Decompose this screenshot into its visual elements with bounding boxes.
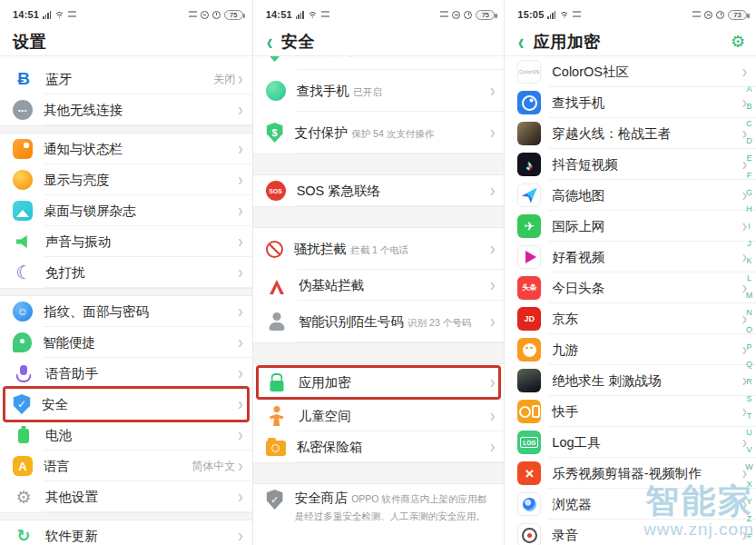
list-item[interactable]: 好看视频 ›: [505, 242, 756, 272]
network-speed-icon: [440, 11, 448, 18]
status-bar: 14:51 75: [0, 0, 252, 27]
battery-percent: 75: [482, 11, 489, 19]
item-label: 骚扰拦截: [294, 242, 347, 256]
kids-icon: [266, 405, 288, 427]
index-letter[interactable]: V: [747, 446, 752, 454]
index-letter[interactable]: W: [745, 463, 753, 471]
block-icon: [266, 241, 283, 258]
list-item[interactable]: 声音与振动 ›: [0, 226, 252, 257]
index-letter[interactable]: A: [747, 85, 752, 94]
list-item[interactable]: 私密保险箱 ›: [253, 431, 505, 462]
back-button[interactable]: ‹: [518, 33, 525, 51]
privacyshield-icon: [266, 56, 284, 62]
list-item[interactable]: 指纹、面部与密码 ›: [0, 296, 252, 327]
list-item[interactable]: 录音 ›: [505, 520, 756, 545]
list-item[interactable]: 查找手机 ›: [505, 87, 756, 118]
list-item[interactable]: 查找手机 已开启 ›: [253, 70, 505, 112]
list-item[interactable]: 蓝牙 关闭 ›: [0, 64, 252, 94]
list-item[interactable]: 国际上网 ›: [505, 211, 756, 242]
chevron-right-icon: ›: [238, 527, 242, 545]
list-item[interactable]: 抖音短视频 ›: [505, 149, 756, 180]
index-letter[interactable]: Q: [746, 361, 752, 369]
list-item[interactable]: 语音助手 ›: [0, 358, 252, 389]
item-label: 录音: [552, 528, 578, 542]
notify-icon: [13, 139, 33, 159]
list-item[interactable]: 桌面与锁屏杂志 ›: [0, 195, 252, 226]
index-letter[interactable]: #: [747, 532, 751, 540]
index-letter[interactable]: F: [747, 172, 752, 180]
log-icon: [517, 431, 541, 454]
wifi-icon: [559, 11, 569, 18]
list-item[interactable]: 应用加密 ›: [253, 364, 505, 401]
list-item[interactable]: 语言 简体中文 ›: [0, 451, 252, 481]
back-button[interactable]: ‹: [267, 33, 273, 51]
index-letter[interactable]: B: [747, 103, 752, 111]
index-letter[interactable]: Y: [747, 498, 752, 506]
list-item[interactable]: 电池 ›: [0, 420, 252, 451]
index-letter[interactable]: I: [748, 223, 751, 231]
list-item[interactable]: 智能识别陌生号码 识别 23 个号码 ›: [253, 301, 505, 342]
network-speed-icon: [321, 11, 329, 18]
item-label: 伪基站拦截: [299, 278, 365, 292]
index-letter[interactable]: U: [746, 429, 752, 437]
list-item[interactable]: SOS 紧急联络 ›: [253, 175, 505, 206]
list-item[interactable]: 骚扰拦截 拦截 1 个电话 ›: [253, 228, 505, 270]
index-letter[interactable]: T: [747, 412, 752, 421]
list-item[interactable]: 绝地求生 刺激战场 ›: [505, 365, 756, 396]
list-item[interactable]: ColorOS社区 ›: [505, 56, 756, 87]
index-letter[interactable]: J: [747, 240, 751, 248]
wallpaper-icon: [13, 201, 33, 221]
list-item[interactable]: 安全 ›: [0, 389, 252, 420]
battery-percent: 73: [733, 11, 741, 19]
list-item[interactable]: 其他设置 ›: [0, 481, 252, 512]
list-item[interactable]: 智能便捷 ›: [0, 327, 252, 358]
browser-icon: [517, 492, 541, 516]
list-item[interactable]: 支付保护 保护 54 次支付操作 ›: [253, 112, 505, 154]
index-letter[interactable]: O: [746, 326, 752, 334]
list-item[interactable]: 安全商店 OPPO 软件商店内上架的应用都是经过多重安全检测、人工亲测的安全应用…: [253, 484, 505, 530]
chevron-right-icon: ›: [238, 202, 242, 220]
settings-gear-icon[interactable]: ⚙: [731, 34, 745, 50]
index-letter[interactable]: G: [746, 189, 752, 197]
item-subtitle: 识别 23 个号码: [407, 317, 471, 328]
item-label: 其他设置: [45, 490, 98, 504]
list-item[interactable]: 儿童空间 ›: [253, 401, 505, 431]
list-item[interactable]: 穿越火线：枪战王者 ›: [505, 118, 756, 149]
jiuyou-icon: [517, 338, 541, 362]
list-item[interactable]: Log工具 ›: [505, 427, 756, 458]
index-letter[interactable]: E: [747, 154, 752, 163]
index-letter[interactable]: M: [746, 292, 753, 300]
list-item[interactable]: 保护个人信息 ›: [253, 56, 505, 70]
list-item[interactable]: 浏览器 ›: [505, 489, 756, 520]
index-letter[interactable]: Z: [747, 515, 752, 523]
list-item[interactable]: 免打扰 ›: [0, 257, 252, 288]
wifi-icon: [54, 11, 64, 18]
list-item[interactable]: 九游 ›: [505, 334, 756, 365]
list-item[interactable]: 快手 ›: [505, 396, 756, 427]
index-letter[interactable]: P: [747, 343, 752, 352]
item-label: 国际上网: [552, 219, 604, 233]
chevron-right-icon: ›: [490, 407, 495, 425]
index-letter[interactable]: X: [747, 481, 752, 489]
item-label: 软件更新: [45, 529, 98, 543]
list-item[interactable]: 通知与状态栏 ›: [0, 134, 252, 164]
index-letter[interactable]: K: [747, 257, 752, 265]
index-letter[interactable]: D: [746, 137, 752, 145]
index-letter[interactable]: R: [746, 378, 752, 386]
list-item[interactable]: 京东 ›: [505, 303, 756, 334]
list-item[interactable]: 今日头条 ›: [505, 272, 756, 303]
list-item[interactable]: 其他无线连接 ›: [0, 94, 252, 125]
list-item[interactable]: 伪基站拦截 ›: [253, 270, 505, 301]
security-list: 保护个人信息 › 查找手机 已开启 › 支付保护 保护 54 次支付操作 › S…: [253, 56, 505, 530]
list-item[interactable]: 显示与亮度 ›: [0, 164, 252, 195]
index-letter[interactable]: C: [746, 120, 752, 128]
network-speed-icon: [68, 11, 76, 18]
list-item[interactable]: 软件更新 ›: [0, 520, 252, 545]
index-letter[interactable]: N: [746, 309, 752, 317]
index-letter[interactable]: S: [747, 395, 752, 403]
index-letter[interactable]: H: [746, 205, 752, 213]
list-item[interactable]: 乐秀视频剪辑器-视频制作 ›: [505, 458, 756, 489]
index-letter[interactable]: L: [747, 274, 751, 282]
list-item[interactable]: 高德地图 ›: [505, 180, 756, 211]
chevron-right-icon: ›: [490, 373, 495, 391]
